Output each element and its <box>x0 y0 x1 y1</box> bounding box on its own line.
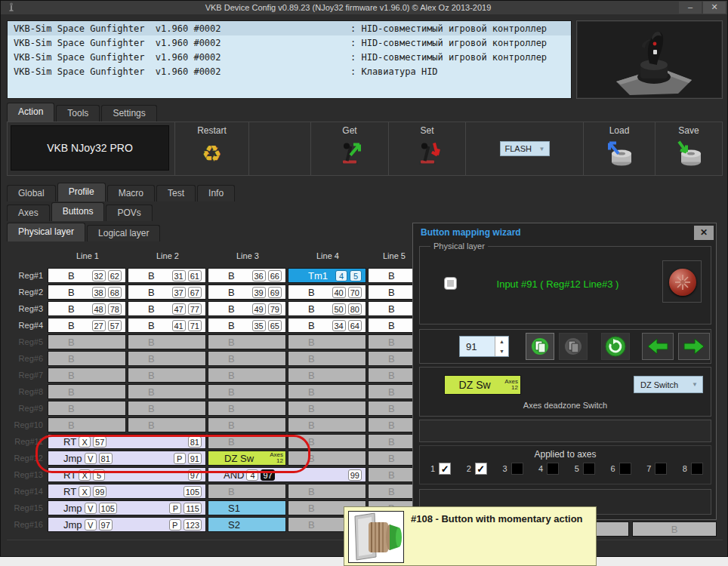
button-cell[interactable]: B <box>48 368 126 383</box>
button-cell[interactable]: JmpV81P91 <box>48 451 206 466</box>
button-cell[interactable]: B <box>208 351 286 366</box>
button-cell[interactable]: B3666 <box>208 268 286 283</box>
load-button[interactable] <box>603 137 635 171</box>
button-cell[interactable]: B3262 <box>48 268 126 283</box>
button-cell[interactable]: B <box>128 401 206 416</box>
button-cell[interactable]: B <box>368 318 419 333</box>
button-cell[interactable]: B2757 <box>48 318 126 333</box>
button-cell[interactable]: B3161 <box>128 268 206 283</box>
button-cell[interactable]: B <box>48 401 126 416</box>
wizard-close-button[interactable]: ✕ <box>694 226 714 240</box>
tab-macro[interactable]: Macro <box>107 185 155 201</box>
minimize-button[interactable]: – <box>679 2 702 14</box>
copy-button[interactable] <box>526 333 554 360</box>
button-cell[interactable]: B <box>368 417 419 432</box>
button-cell[interactable]: S2 <box>208 517 286 532</box>
button-cell[interactable]: B <box>288 351 366 366</box>
paste-button[interactable] <box>559 333 588 360</box>
physical-layer-checkbox[interactable] <box>444 277 457 290</box>
button-cell[interactable]: B <box>368 467 419 482</box>
button-cell[interactable]: B <box>208 434 286 449</box>
axis-checkbox[interactable]: ✓ <box>475 463 487 475</box>
button-cell[interactable]: B <box>368 451 419 466</box>
button-cell[interactable]: B <box>368 285 419 300</box>
tab-axes[interactable]: Axes <box>7 205 50 221</box>
tab-logical-layer[interactable]: Logical layer <box>87 225 160 241</box>
axis-checkbox[interactable]: ✓ <box>439 463 451 475</box>
button-cell[interactable]: B4070 <box>288 285 366 300</box>
button-cell[interactable]: B <box>288 401 366 416</box>
hidden-cell[interactable]: B <box>632 521 717 537</box>
button-cell[interactable]: B <box>48 384 126 399</box>
button-cell[interactable]: B <box>368 484 419 499</box>
button-cell[interactable]: B4878 <box>48 301 126 316</box>
button-cell[interactable]: B <box>208 484 286 499</box>
button-cell[interactable]: B <box>128 417 206 432</box>
button-cell[interactable]: B <box>368 301 419 316</box>
button-cell[interactable]: B <box>288 384 366 399</box>
device-list-item[interactable]: VKB-Sim Space Gunfighter v1.960 #0002 : … <box>8 64 571 78</box>
button-cell[interactable]: B5080 <box>288 301 366 316</box>
button-cell[interactable]: B <box>368 268 419 283</box>
tab-test[interactable]: Test <box>156 185 196 201</box>
get-button[interactable] <box>334 137 366 171</box>
tab-povs[interactable]: POVs <box>106 205 152 221</box>
button-cell[interactable]: B <box>288 451 366 466</box>
axis-checkbox[interactable] <box>511 463 523 475</box>
axis-checkbox[interactable] <box>619 463 631 475</box>
axis-checkbox[interactable] <box>655 463 667 475</box>
function-dropdown[interactable]: DZ Switch ▼ <box>634 376 703 393</box>
menu-tab-action[interactable]: Action <box>7 103 54 122</box>
button-cell[interactable]: S1 <box>208 500 286 515</box>
button-cell[interactable]: JmpV105P115 <box>48 500 206 515</box>
button-cell[interactable]: AND49799 <box>208 467 366 482</box>
refresh-button[interactable] <box>601 333 630 360</box>
button-cell[interactable]: B <box>128 334 206 349</box>
button-cell[interactable]: B <box>48 417 126 432</box>
button-cell[interactable]: DZ SwAxes12 <box>208 451 286 466</box>
button-cell[interactable]: B <box>128 351 206 366</box>
input-number-spinner[interactable]: 91 ▲ ▼ <box>459 336 509 357</box>
next-button[interactable] <box>678 333 710 360</box>
button-cell[interactable]: B <box>208 384 286 399</box>
button-cell[interactable]: B3464 <box>288 318 366 333</box>
button-cell[interactable]: B3969 <box>208 285 286 300</box>
button-cell[interactable]: B4979 <box>208 301 286 316</box>
axis-checkbox[interactable] <box>583 463 595 475</box>
tab-info[interactable]: Info <box>197 185 235 201</box>
button-cell[interactable]: B3868 <box>48 285 126 300</box>
button-cell[interactable]: B <box>208 417 286 432</box>
button-cell[interactable]: B <box>368 334 419 349</box>
button-cell[interactable]: B3565 <box>208 318 286 333</box>
dz-switch-cell[interactable]: DZ Sw Axes12 <box>444 375 521 395</box>
button-cell[interactable]: B <box>368 384 419 399</box>
button-cell[interactable]: B <box>368 368 419 383</box>
button-cell[interactable]: B4171 <box>128 318 206 333</box>
tab-global[interactable]: Global <box>7 185 56 201</box>
device-list-item[interactable]: VKB-Sim Space Gunfighter v1.960 #0002 : … <box>8 21 571 35</box>
axis-checkbox[interactable] <box>691 463 703 475</box>
spinner-up-icon[interactable]: ▲ <box>495 337 508 346</box>
button-cell[interactable]: B <box>48 351 126 366</box>
button-cell[interactable]: B <box>288 417 366 432</box>
flash-dropdown[interactable]: FLASH ▼ <box>500 141 550 156</box>
save-button[interactable] <box>673 137 705 171</box>
tab-profile[interactable]: Profile <box>57 183 106 201</box>
restart-button[interactable]: ♻ <box>202 140 222 167</box>
red-led-button[interactable] <box>669 269 696 296</box>
button-cell[interactable]: Tm145 <box>288 268 366 283</box>
prev-button[interactable] <box>642 333 674 360</box>
button-cell[interactable]: RTX99105 <box>48 484 206 499</box>
button-cell[interactable]: B3767 <box>128 285 206 300</box>
menu-tab-tools[interactable]: Tools <box>56 105 100 122</box>
button-cell[interactable]: B <box>208 401 286 416</box>
device-list-item[interactable]: VKB-Sim Space Gunfighter v1.960 #0002 : … <box>8 50 571 64</box>
button-cell[interactable]: B <box>48 334 126 349</box>
button-cell[interactable]: JmpV97P123 <box>48 517 206 532</box>
axis-checkbox[interactable] <box>547 463 559 475</box>
set-button[interactable] <box>412 137 443 171</box>
device-list-item[interactable]: VKB-Sim Space Gunfighter v1.960 #0002 : … <box>8 35 571 50</box>
button-cell[interactable]: B <box>288 334 366 349</box>
button-cell[interactable]: B <box>208 368 286 383</box>
button-cell[interactable]: B <box>128 384 206 399</box>
